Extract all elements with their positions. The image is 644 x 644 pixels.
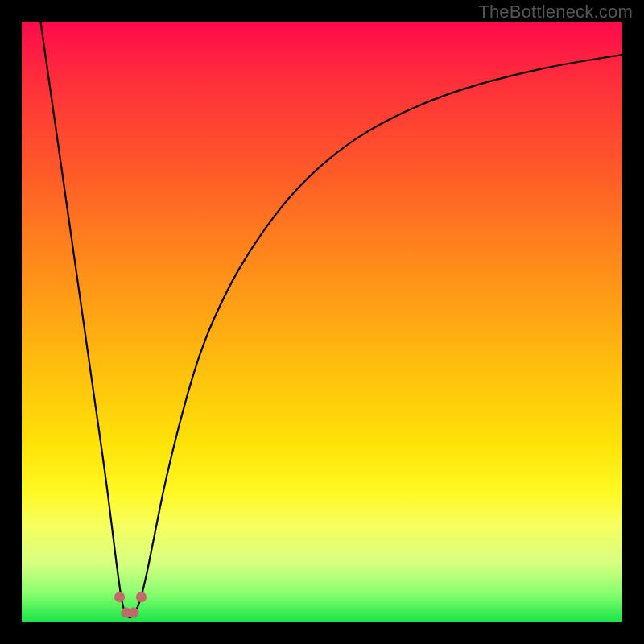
chart-svg: [22, 22, 622, 622]
dot-left-outer: [114, 592, 125, 602]
dot-right-inner: [128, 608, 138, 618]
plot-area: [22, 22, 622, 622]
watermark-text: TheBottleneck.com: [478, 2, 633, 23]
chart-frame: TheBottleneck.com: [0, 0, 644, 644]
dot-right-outer: [136, 592, 147, 602]
